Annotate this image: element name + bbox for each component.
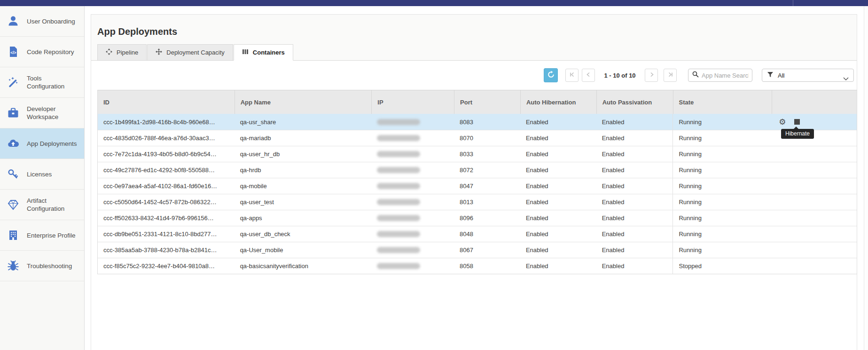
cell-auto-passivation: Enabled [596,114,673,130]
sidebar-item-label: App Deployments [27,140,79,148]
pipeline-icon [106,48,112,56]
first-page-button[interactable] [565,69,579,82]
cell-state: Running [673,242,772,258]
table-row[interactable]: ccc-ff502633-8432-41d4-97b6-996156… qa-a… [98,210,857,226]
ip-redacted-blur [377,183,420,189]
hibernate-stop-icon[interactable] [794,119,800,125]
table-row[interactable]: ccc-0e97aea4-a5af-4102-86a1-fd60e16… qa-… [98,178,857,194]
cell-port: 8047 [454,178,520,194]
move-icon [156,48,162,56]
table-row[interactable]: ccc-c5050d64-1452-4c57-872b-086322… qa-u… [98,194,857,210]
cell-id: ccc-f85c75c2-9232-4ee7-b404-9810a8… [98,258,235,274]
next-page-button[interactable] [645,69,658,82]
sidebar-item-artifact-configuration[interactable]: Artifact Configuration [0,190,84,220]
sidebar-item-licenses[interactable]: Licenses [0,159,84,190]
cell-state: Running [673,194,772,210]
table-row[interactable]: ccc-7e72c1da-4193-4b05-b8d0-6b9c54… qa-u… [98,146,857,162]
column-header-auto-hibernation: Auto Hibernation [520,90,596,114]
cloud-upload-icon [7,137,20,150]
chevron-down-icon [843,74,849,83]
app-name-search [688,69,752,82]
tab-containers[interactable]: Containers [234,44,293,61]
cell-ip [371,146,454,162]
vertical-scrollbar[interactable] [864,6,868,350]
table-row[interactable]: ccc-385aa5ab-3788-4230-b78a-b2841c… qa-U… [98,242,857,258]
cell-app-name: qa-mariadb [235,130,372,146]
key-icon [7,167,20,181]
card-header: App Deployments Pipeline Deployment Capa… [91,15,857,61]
sidebar-item-tools-configuration[interactable]: Tools Configuration [0,67,84,98]
sidebar-item-label: Tools Configuration [27,74,79,90]
pagination-range: 1 - 10 of 10 [598,72,641,79]
cell-app-name: qa-usr_share [235,114,372,130]
cell-id: ccc-db9be051-2331-4121-8c10-8bd277… [98,226,235,242]
cell-port: 8067 [454,242,520,258]
bug-icon [7,259,20,272]
cell-auto-passivation: Enabled [596,226,673,242]
filter-icon [767,71,774,80]
cell-app-name: qa-basicsanityverification [235,258,372,274]
cell-id: ccc-1b499fa1-2d98-416b-8c4b-960e68… [98,114,235,130]
cell-auto-passivation: Enabled [596,130,673,146]
sidebar-nav: User Onboarding </> Code Repository Tool… [0,6,85,350]
cell-ip [371,162,454,178]
tab-deployment-capacity[interactable]: Deployment Capacity [147,44,233,61]
cell-app-name: qa-user_hr_db [235,146,372,162]
cell-app-name: qa-User_mobile [235,242,372,258]
tab-bar: Pipeline Deployment Capacity Containers [97,44,294,61]
tab-pipeline[interactable]: Pipeline [97,44,147,61]
cell-port: 8033 [454,146,520,162]
table-row[interactable]: ccc-49c27876-ed1c-4292-b0f8-550588… qa-h… [98,162,857,178]
column-header-auto-passivation: Auto Passivation [596,90,673,114]
cell-id: ccc-ff502633-8432-41d4-97b6-996156… [98,210,235,226]
cell-ip [371,226,454,242]
cell-state: Running [673,178,772,194]
cell-state: Running [673,130,772,146]
tooltip-label: Hibernate [785,130,810,137]
cell-port: 8083 [454,114,520,130]
table-row[interactable]: ccc-4835d026-788f-46ea-a76d-30aac3… qa-m… [98,130,857,146]
cell-app-name: qa-mobile [235,178,372,194]
refresh-button[interactable] [544,68,558,82]
table-row[interactable]: ccc-db9be051-2331-4121-8c10-8bd277… qa-u… [98,226,857,242]
cell-state: Running [673,210,772,226]
ip-redacted-blur [377,119,420,125]
cell-actions: ⚙ [772,194,857,210]
column-header-actions [772,90,857,114]
sidebar-item-app-deployments[interactable]: App Deployments [0,128,84,159]
column-header-app-name: App Name [235,90,372,114]
cell-port: 8096 [454,210,520,226]
settings-gear-icon[interactable]: ⚙ [779,118,786,126]
search-input[interactable] [702,72,749,79]
cell-port: 8072 [454,162,520,178]
sidebar-item-enterprise-profile[interactable]: Enterprise Profile [0,220,84,251]
ip-redacted-blur [377,199,420,205]
prev-page-button[interactable] [582,69,595,82]
cell-id: ccc-7e72c1da-4193-4b05-b8d0-6b9c54… [98,146,235,162]
ip-redacted-blur [377,231,420,237]
sidebar-item-troubleshooting[interactable]: Troubleshooting [0,251,84,281]
cell-ip [371,114,454,130]
sidebar-item-label: Developer Workspace [27,105,79,121]
cell-auto-hibernation: Enabled [520,146,596,162]
sidebar-item-code-repository[interactable]: </> Code Repository [0,37,84,67]
cell-state: Running [673,114,772,130]
sidebar-item-user-onboarding[interactable]: User Onboarding [0,6,84,37]
magic-wand-icon [7,76,20,89]
sidebar-item-label: User Onboarding [27,17,79,25]
cell-ip [371,178,454,194]
tab-label: Containers [253,49,285,56]
sidebar-item-developer-workspace[interactable]: Developer Workspace [0,98,84,128]
cell-ip [371,194,454,210]
last-page-button[interactable] [664,69,677,82]
table-row[interactable]: ccc-1b499fa1-2d98-416b-8c4b-960e68… qa-u… [98,114,857,130]
top-nav-divider [793,0,793,6]
table-row[interactable]: ccc-f85c75c2-9232-4ee7-b404-9810a8… qa-b… [98,258,857,274]
diamond-icon [7,198,20,211]
cell-actions: ⚙ [772,114,857,130]
status-filter-select[interactable]: All [762,69,854,82]
cell-id: ccc-0e97aea4-a5af-4102-86a1-fd60e16… [98,178,235,194]
ip-redacted-blur [377,135,420,141]
svg-text:</>: </> [10,50,16,55]
cell-auto-hibernation: Enabled [520,162,596,178]
